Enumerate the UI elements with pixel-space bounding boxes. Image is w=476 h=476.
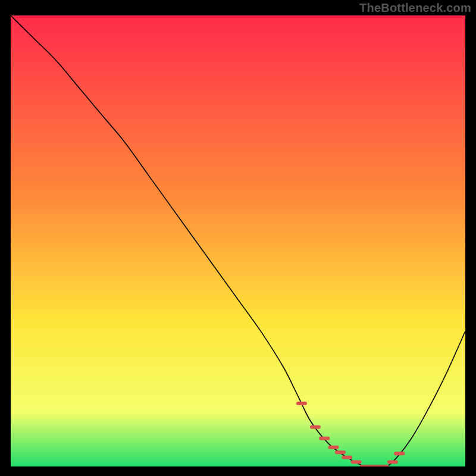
gradient-background	[11, 15, 465, 466]
watermark-text: TheBottleneck.com	[359, 1, 471, 15]
chart-frame: TheBottleneck.com	[0, 0, 476, 476]
bottleneck-chart	[11, 15, 465, 466]
